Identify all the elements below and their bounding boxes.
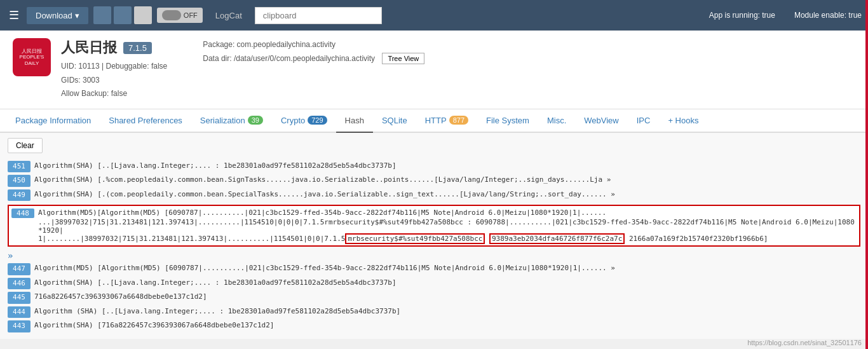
log-index: 449 <box>8 189 31 202</box>
app-logo: 人民日报PEOPLE'S DAILY <box>13 38 51 76</box>
module-enable-status: Module enable: true <box>794 11 862 20</box>
log-extra-line-1: 1|........|38997032|715|31.213481|121.39… <box>11 235 857 243</box>
highlighted-span-2: 9389a3eb2034dfa46726f877f6c2a7c <box>489 233 625 244</box>
log-separator: » <box>8 249 860 262</box>
toolbar-status: App is running: true Module enable: true <box>709 11 862 20</box>
app-details: UID: 10113 | Debuggable: false GIDs: 300… <box>61 60 167 101</box>
log-index: 446 <box>8 278 31 290</box>
tab-label-hash: Hash <box>345 116 364 125</box>
log-entry: 449Algorithm(SHA) [.(com.peopledaily.com… <box>8 188 860 203</box>
log-index: 450 <box>8 175 31 187</box>
app-version-badge: 7.1.5 <box>123 42 152 54</box>
app-name: 人民日报 <box>61 38 117 57</box>
menu-icon[interactable]: ☰ <box>6 6 22 25</box>
tab-package-information[interactable]: Package Information <box>6 109 100 133</box>
tab-badge-http: 877 <box>449 116 468 125</box>
toolbar-square-2[interactable] <box>114 6 132 24</box>
log-text: Algorithm(SHA) [..[Ljava.lang.Integer;..… <box>34 161 397 172</box>
app-uid: UID: 10113 | Debuggable: false <box>61 60 167 74</box>
app-data-dir: Data dir: /data/user/0/com.peopledailych… <box>203 52 424 66</box>
tab-http[interactable]: HTTP877 <box>416 109 477 133</box>
tab-misc[interactable]: Misc. <box>538 109 575 133</box>
tab-label-file-system: File System <box>486 116 529 125</box>
app-info-section: 人民日报PEOPLE'S DAILY 人民日报 7.1.5 UID: 10113… <box>0 31 868 109</box>
log-entry: 446Algorithm(SHA) [..[Ljava.lang.Integer… <box>8 277 860 291</box>
tab-label-sqlite: SQLite <box>382 116 407 125</box>
log-entry-highlighted: 448Algorithm(MD5)[Algorithm(MD5) [609078… <box>8 205 860 247</box>
app-name-block: 人民日报 7.1.5 UID: 10113 | Debuggable: fals… <box>61 38 167 101</box>
tab-webview[interactable]: WebView <box>575 109 627 133</box>
log-entry: 444Algorithm (SHA) [..[Ljava.lang.Intege… <box>8 305 860 320</box>
clear-button[interactable]: Clear <box>8 138 43 153</box>
log-text: Algorithm(MD5)[Algorithm(MD5) [6090787|.… <box>38 209 606 217</box>
log-entry: 447Algorithm(MD5) [Algorithm(MD5) [60907… <box>8 262 860 277</box>
tab-label-hooks: + Hooks <box>668 116 698 125</box>
app-name-section: 人民日报 7.1.5 <box>61 38 167 57</box>
toolbar: ☰ Download ▾ OFF LogCat App is running: … <box>0 0 868 31</box>
dropdown-arrow-icon: ▾ <box>75 11 79 20</box>
tab-label-shared-preferences: Shared Preferences <box>109 116 182 125</box>
log-text: 716a8226457c396393067a6648dbebe0e137c1d2… <box>34 292 207 303</box>
app-allow-backup: Allow Backup: false <box>61 87 167 101</box>
tab-label-crypto: Crypto <box>281 116 305 125</box>
logcat-button[interactable]: LogCat <box>208 8 250 24</box>
log-text: Algorithm(SHA) [..[Ljava.lang.Integer;..… <box>34 278 397 289</box>
app-package-section: Package: com.peopledailychina.activity D… <box>203 38 424 65</box>
log-entries: 451Algorithm(SHA) [..[Ljava.lang.Integer… <box>8 160 860 334</box>
tab-label-misc: Misc. <box>547 116 566 125</box>
tab-crypto[interactable]: Crypto729 <box>272 109 336 133</box>
tab-shared-preferences[interactable]: Shared Preferences <box>100 109 191 133</box>
tab-hooks[interactable]: + Hooks <box>659 109 707 133</box>
vertical-bar <box>865 0 868 339</box>
log-index: 447 <box>8 263 31 275</box>
log-index: 443 <box>8 320 31 332</box>
log-text: Algorithm(SHA) [716a8226457c396393067a66… <box>34 320 275 331</box>
log-entry: 451Algorithm(SHA) [..[Ljava.lang.Integer… <box>8 160 860 174</box>
log-extra-line-0: ...|38997032|715|31.213481|121.397413|..… <box>11 218 857 235</box>
download-label: Download <box>36 11 72 20</box>
toolbar-square-3[interactable] <box>134 6 152 24</box>
tab-label-serialization: Serialization <box>200 116 245 125</box>
tabs-bar: Package InformationShared PreferencesSer… <box>0 109 868 133</box>
log-entry: 450Algorithm(SHA) [.%com.peopledaily.com… <box>8 174 860 188</box>
log-index: 448 <box>11 209 34 218</box>
log-text: Algorithm (SHA) [..[Ljava.lang.Integer;.… <box>34 306 400 317</box>
log-index: 451 <box>8 161 31 173</box>
log-index: 445 <box>8 292 31 304</box>
toggle-label: OFF <box>184 11 198 19</box>
tree-view-button[interactable]: Tree View <box>382 53 424 64</box>
tab-label-ipc: IPC <box>637 116 651 125</box>
download-button[interactable]: Download ▾ <box>27 7 88 24</box>
log-entry-first-line: 448Algorithm(MD5)[Algorithm(MD5) [609078… <box>11 209 857 218</box>
tab-serialization[interactable]: Serialization39 <box>191 109 272 133</box>
tab-label-webview: WebView <box>584 116 618 125</box>
highlighted-span-1: mrbsecurity$#%sut49fbb427a508bcc <box>345 233 485 244</box>
log-text: Algorithm(SHA) [.(com.peopledaily.common… <box>34 189 615 200</box>
log-index: 444 <box>8 306 31 318</box>
log-entry: 443Algorithm(SHA) [716a8226457c396393067… <box>8 319 860 334</box>
toolbar-toggle[interactable]: OFF <box>157 8 203 23</box>
toggle-indicator <box>162 10 181 20</box>
app-running-status: App is running: true <box>709 11 775 20</box>
log-text: Algorithm(MD5) [Algorithm(MD5) [6090787|… <box>34 263 615 274</box>
tab-label-http: HTTP <box>425 116 447 125</box>
tab-ipc[interactable]: IPC <box>628 109 660 133</box>
tab-badge-serialization: 39 <box>248 116 263 125</box>
log-entry: 445716a8226457c396393067a6648dbebe0e137c… <box>8 291 860 305</box>
tab-label-package-information: Package Information <box>15 116 91 125</box>
tab-hash[interactable]: Hash <box>336 109 373 133</box>
main-content: Clear 451Algorithm(SHA) [..[Ljava.lang.I… <box>0 133 868 339</box>
tab-file-system[interactable]: File System <box>477 109 538 133</box>
app-logo-text: 人民日报PEOPLE'S DAILY <box>13 48 51 67</box>
app-gids: GIDs: 3003 <box>61 74 167 88</box>
toolbar-square-1[interactable] <box>93 6 111 24</box>
search-input[interactable] <box>255 7 382 24</box>
app-package: Package: com.peopledailychina.activity <box>203 38 424 52</box>
tab-badge-crypto: 729 <box>308 116 327 125</box>
toolbar-squares <box>93 6 152 24</box>
log-text: Algorithm(SHA) [.%com.peopledaily.common… <box>34 175 611 186</box>
tab-sqlite[interactable]: SQLite <box>373 109 416 133</box>
